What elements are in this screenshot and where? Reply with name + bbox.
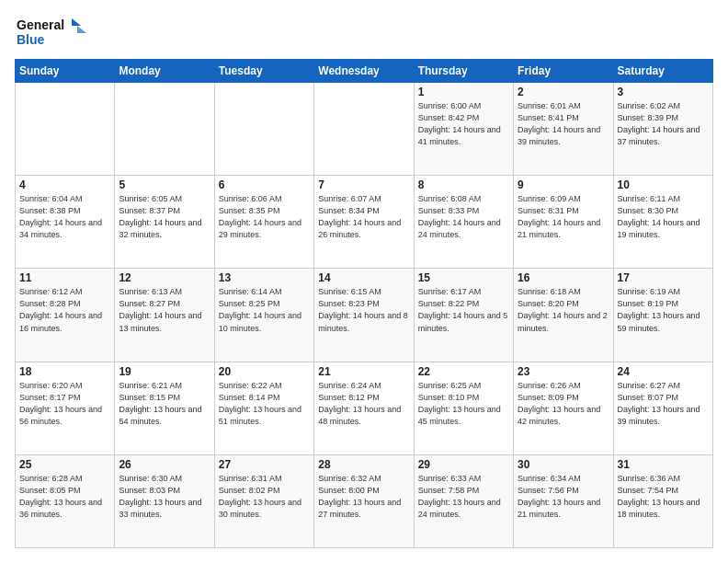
calendar-cell <box>314 83 414 176</box>
day-number: 18 <box>19 365 110 378</box>
day-info: Sunrise: 6:06 AM Sunset: 8:35 PM Dayligh… <box>219 193 310 241</box>
day-number: 27 <box>219 458 310 471</box>
day-info: Sunrise: 6:12 AM Sunset: 8:28 PM Dayligh… <box>19 286 110 334</box>
day-number: 25 <box>19 458 110 471</box>
logo-icon: GeneralBlue <box>15 15 88 52</box>
day-info: Sunrise: 6:13 AM Sunset: 8:27 PM Dayligh… <box>119 286 210 334</box>
calendar-cell: 24Sunrise: 6:27 AM Sunset: 8:07 PM Dayli… <box>613 362 712 454</box>
day-info: Sunrise: 6:33 AM Sunset: 7:58 PM Dayligh… <box>418 473 509 521</box>
day-number: 10 <box>618 178 709 191</box>
day-number: 26 <box>119 458 210 471</box>
week-row-5: 25Sunrise: 6:28 AM Sunset: 8:05 PM Dayli… <box>16 454 713 547</box>
day-number: 15 <box>418 271 509 284</box>
day-number: 9 <box>518 178 609 191</box>
calendar-cell: 23Sunrise: 6:26 AM Sunset: 8:09 PM Dayli… <box>514 362 613 454</box>
week-row-1: 1Sunrise: 6:00 AM Sunset: 8:42 PM Daylig… <box>16 83 713 176</box>
calendar-cell: 22Sunrise: 6:25 AM Sunset: 8:10 PM Dayli… <box>414 362 513 454</box>
weekday-monday: Monday <box>115 60 214 83</box>
calendar-cell: 25Sunrise: 6:28 AM Sunset: 8:05 PM Dayli… <box>16 454 115 547</box>
calendar-cell: 31Sunrise: 6:36 AM Sunset: 7:54 PM Dayli… <box>613 454 712 547</box>
svg-text:General: General <box>17 17 64 32</box>
calendar-cell: 4Sunrise: 6:04 AM Sunset: 8:38 PM Daylig… <box>16 176 115 269</box>
calendar-cell: 28Sunrise: 6:32 AM Sunset: 8:00 PM Dayli… <box>314 454 414 547</box>
day-number: 1 <box>418 86 509 98</box>
day-number: 21 <box>318 365 409 378</box>
calendar-cell: 5Sunrise: 6:05 AM Sunset: 8:37 PM Daylig… <box>115 176 214 269</box>
day-info: Sunrise: 6:08 AM Sunset: 8:33 PM Dayligh… <box>418 193 509 241</box>
day-number: 11 <box>19 271 110 284</box>
day-info: Sunrise: 6:26 AM Sunset: 8:09 PM Dayligh… <box>518 380 609 428</box>
calendar-cell: 16Sunrise: 6:18 AM Sunset: 8:20 PM Dayli… <box>514 269 613 362</box>
day-number: 12 <box>119 271 210 284</box>
day-info: Sunrise: 6:36 AM Sunset: 7:54 PM Dayligh… <box>618 473 709 521</box>
calendar-cell: 27Sunrise: 6:31 AM Sunset: 8:02 PM Dayli… <box>214 454 313 547</box>
weekday-saturday: Saturday <box>613 60 712 83</box>
day-info: Sunrise: 6:21 AM Sunset: 8:15 PM Dayligh… <box>119 380 210 428</box>
day-number: 20 <box>219 365 310 378</box>
calendar-cell <box>115 83 214 176</box>
calendar-cell: 1Sunrise: 6:00 AM Sunset: 8:42 PM Daylig… <box>414 83 513 176</box>
day-info: Sunrise: 6:17 AM Sunset: 8:22 PM Dayligh… <box>418 286 509 334</box>
day-number: 17 <box>618 271 709 284</box>
day-number: 28 <box>318 458 409 471</box>
day-info: Sunrise: 6:18 AM Sunset: 8:20 PM Dayligh… <box>518 286 609 334</box>
day-info: Sunrise: 6:11 AM Sunset: 8:30 PM Dayligh… <box>618 193 709 241</box>
day-info: Sunrise: 6:28 AM Sunset: 8:05 PM Dayligh… <box>19 473 110 521</box>
day-number: 2 <box>518 86 609 98</box>
svg-text:Blue: Blue <box>17 32 45 47</box>
calendar-cell: 15Sunrise: 6:17 AM Sunset: 8:22 PM Dayli… <box>414 269 513 362</box>
calendar-cell: 29Sunrise: 6:33 AM Sunset: 7:58 PM Dayli… <box>414 454 513 547</box>
day-info: Sunrise: 6:05 AM Sunset: 8:37 PM Dayligh… <box>119 193 210 241</box>
day-info: Sunrise: 6:30 AM Sunset: 8:03 PM Dayligh… <box>119 473 210 521</box>
calendar-cell: 11Sunrise: 6:12 AM Sunset: 8:28 PM Dayli… <box>16 269 115 362</box>
day-info: Sunrise: 6:19 AM Sunset: 8:19 PM Dayligh… <box>618 286 709 334</box>
calendar-cell <box>214 83 313 176</box>
weekday-wednesday: Wednesday <box>314 60 414 83</box>
day-info: Sunrise: 6:31 AM Sunset: 8:02 PM Dayligh… <box>219 473 310 521</box>
day-number: 16 <box>518 271 609 284</box>
day-info: Sunrise: 6:25 AM Sunset: 8:10 PM Dayligh… <box>418 380 509 428</box>
header: GeneralBlue <box>15 15 713 52</box>
day-info: Sunrise: 6:01 AM Sunset: 8:41 PM Dayligh… <box>518 100 609 148</box>
calendar-cell: 21Sunrise: 6:24 AM Sunset: 8:12 PM Dayli… <box>314 362 414 454</box>
calendar-cell: 30Sunrise: 6:34 AM Sunset: 7:56 PM Dayli… <box>514 454 613 547</box>
day-number: 14 <box>318 271 409 284</box>
calendar-cell: 26Sunrise: 6:30 AM Sunset: 8:03 PM Dayli… <box>115 454 214 547</box>
weekday-friday: Friday <box>514 60 613 83</box>
day-number: 7 <box>318 178 409 191</box>
day-info: Sunrise: 6:09 AM Sunset: 8:31 PM Dayligh… <box>518 193 609 241</box>
week-row-2: 4Sunrise: 6:04 AM Sunset: 8:38 PM Daylig… <box>16 176 713 269</box>
day-number: 29 <box>418 458 509 471</box>
weekday-thursday: Thursday <box>414 60 513 83</box>
day-info: Sunrise: 6:15 AM Sunset: 8:23 PM Dayligh… <box>318 286 409 334</box>
calendar-cell: 9Sunrise: 6:09 AM Sunset: 8:31 PM Daylig… <box>514 176 613 269</box>
calendar-cell: 6Sunrise: 6:06 AM Sunset: 8:35 PM Daylig… <box>214 176 313 269</box>
weekday-sunday: Sunday <box>16 60 115 83</box>
calendar-cell: 20Sunrise: 6:22 AM Sunset: 8:14 PM Dayli… <box>214 362 313 454</box>
calendar-cell: 3Sunrise: 6:02 AM Sunset: 8:39 PM Daylig… <box>613 83 712 176</box>
calendar-table: SundayMondayTuesdayWednesdayThursdayFrid… <box>15 59 713 548</box>
weekday-header-row: SundayMondayTuesdayWednesdayThursdayFrid… <box>16 60 713 83</box>
calendar-cell: 10Sunrise: 6:11 AM Sunset: 8:30 PM Dayli… <box>613 176 712 269</box>
day-info: Sunrise: 6:22 AM Sunset: 8:14 PM Dayligh… <box>219 380 310 428</box>
day-number: 31 <box>618 458 709 471</box>
day-info: Sunrise: 6:24 AM Sunset: 8:12 PM Dayligh… <box>318 380 409 428</box>
day-info: Sunrise: 6:27 AM Sunset: 8:07 PM Dayligh… <box>618 380 709 428</box>
calendar-cell: 13Sunrise: 6:14 AM Sunset: 8:25 PM Dayli… <box>214 269 313 362</box>
svg-marker-3 <box>77 26 86 33</box>
day-number: 22 <box>418 365 509 378</box>
logo: GeneralBlue <box>15 15 88 52</box>
svg-marker-2 <box>72 18 81 26</box>
calendar-cell: 2Sunrise: 6:01 AM Sunset: 8:41 PM Daylig… <box>514 83 613 176</box>
week-row-3: 11Sunrise: 6:12 AM Sunset: 8:28 PM Dayli… <box>16 269 713 362</box>
day-info: Sunrise: 6:32 AM Sunset: 8:00 PM Dayligh… <box>318 473 409 521</box>
calendar-cell: 12Sunrise: 6:13 AM Sunset: 8:27 PM Dayli… <box>115 269 214 362</box>
day-info: Sunrise: 6:07 AM Sunset: 8:34 PM Dayligh… <box>318 193 409 241</box>
calendar-cell: 18Sunrise: 6:20 AM Sunset: 8:17 PM Dayli… <box>16 362 115 454</box>
day-number: 24 <box>618 365 709 378</box>
calendar-cell: 8Sunrise: 6:08 AM Sunset: 8:33 PM Daylig… <box>414 176 513 269</box>
day-number: 6 <box>219 178 310 191</box>
day-info: Sunrise: 6:34 AM Sunset: 7:56 PM Dayligh… <box>518 473 609 521</box>
day-number: 23 <box>518 365 609 378</box>
week-row-4: 18Sunrise: 6:20 AM Sunset: 8:17 PM Dayli… <box>16 362 713 454</box>
